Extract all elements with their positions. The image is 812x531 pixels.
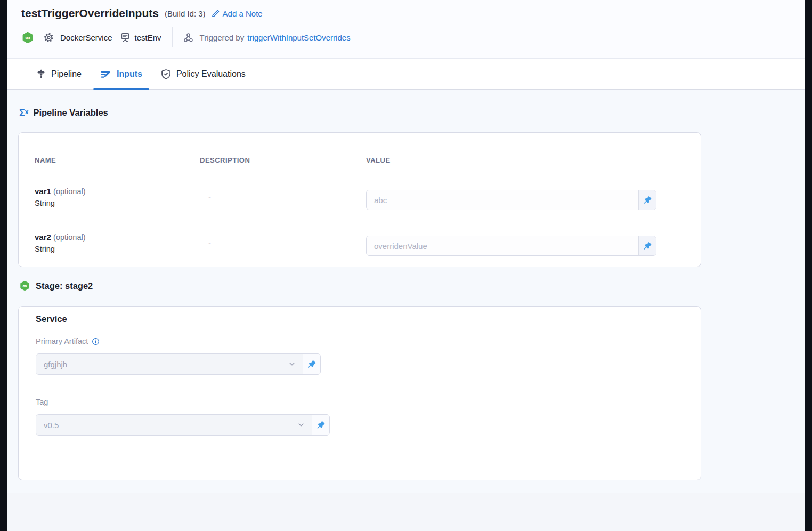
vertical-divider bbox=[172, 27, 173, 47]
variable-value-group bbox=[366, 236, 656, 256]
tab-pipeline-label: Pipeline bbox=[51, 69, 82, 79]
variable-description: - bbox=[200, 231, 366, 247]
shield-check-icon bbox=[161, 69, 171, 79]
pin-icon bbox=[317, 421, 324, 429]
tag-select[interactable]: v0.5 bbox=[36, 415, 312, 435]
primary-artifact-label: Primary Artifact bbox=[36, 337, 88, 345]
chevron-down-icon bbox=[297, 421, 305, 429]
variable-name-cell: var1 (optional) String bbox=[35, 186, 200, 209]
variable-value-group bbox=[366, 190, 656, 210]
tab-policy-evaluations[interactable]: Policy Evaluations bbox=[154, 59, 253, 89]
tab-policy-evaluations-label: Policy Evaluations bbox=[176, 69, 246, 79]
primary-artifact-select[interactable]: gfgjhjh bbox=[36, 354, 303, 374]
service-name: DockerService bbox=[60, 33, 112, 42]
add-note-label: Add a Note bbox=[223, 9, 263, 18]
tag-value: v0.5 bbox=[44, 421, 59, 430]
pipeline-variables-heading: Σˣ Pipeline Variables bbox=[19, 108, 108, 118]
inputs-tab-content: Σˣ Pipeline Variables NAME DESCRIPTION V… bbox=[7, 90, 805, 531]
column-name: NAME bbox=[35, 156, 200, 164]
stage-heading: ∞ Stage: stage2 bbox=[19, 280, 93, 292]
variable-value-input[interactable] bbox=[367, 190, 638, 210]
pin-icon bbox=[644, 242, 651, 250]
sigma-icon: Σˣ bbox=[19, 108, 28, 118]
screen: testTriggerOverrideInputs (Build Id: 3) … bbox=[0, 0, 812, 531]
variable-name: var2 bbox=[35, 232, 51, 242]
add-note-link[interactable]: Add a Note bbox=[212, 9, 263, 18]
tab-pipeline[interactable]: Pipeline bbox=[29, 59, 88, 89]
variable-name-cell: var2 (optional) String bbox=[35, 231, 200, 255]
environment-name: testEnv bbox=[135, 33, 161, 42]
tab-inputs-label: Inputs bbox=[117, 69, 142, 79]
pipeline-variables-card: NAME DESCRIPTION VALUE var1 (optional) S… bbox=[18, 132, 701, 267]
stage-cd-icon: ∞ bbox=[19, 280, 30, 292]
table-header-row: NAME DESCRIPTION VALUE bbox=[35, 156, 685, 164]
svg-text:∞: ∞ bbox=[22, 283, 27, 289]
pin-button[interactable] bbox=[638, 236, 656, 255]
variable-type: String bbox=[35, 197, 200, 209]
variable-value-input[interactable] bbox=[367, 236, 638, 255]
info-icon[interactable] bbox=[92, 337, 100, 345]
variable-optional: (optional) bbox=[53, 233, 85, 242]
triggered-by-label: Triggered by bbox=[200, 33, 245, 42]
variable-type: String bbox=[35, 243, 200, 255]
tab-bar: Pipeline Inputs bbox=[7, 59, 805, 90]
execution-header: testTriggerOverrideInputs (Build Id: 3) … bbox=[7, 0, 805, 59]
tag-label-row: Tag bbox=[36, 398, 48, 406]
stage-title: Stage: stage2 bbox=[36, 281, 93, 291]
execution-page: testTriggerOverrideInputs (Build Id: 3) … bbox=[7, 0, 805, 531]
pipeline-variables-title: Pipeline Variables bbox=[33, 108, 108, 118]
chevron-down-icon bbox=[288, 360, 296, 368]
gear-icon bbox=[44, 33, 54, 43]
pin-icon bbox=[644, 196, 651, 204]
tag-select-group: v0.5 bbox=[36, 414, 330, 436]
harness-cd-icon: ∞ bbox=[21, 31, 34, 44]
environment-icon bbox=[120, 33, 130, 42]
content-footer bbox=[7, 493, 805, 531]
primary-artifact-label-row: Primary Artifact bbox=[36, 337, 100, 345]
pin-icon bbox=[308, 360, 315, 368]
page-title: testTriggerOverrideInputs bbox=[21, 7, 159, 20]
inputs-icon bbox=[100, 70, 111, 79]
tab-inputs[interactable]: Inputs bbox=[93, 59, 149, 89]
table-row: var2 (optional) String - bbox=[35, 231, 685, 256]
service-section-title: Service bbox=[36, 314, 67, 324]
variable-value-cell bbox=[366, 231, 685, 256]
variable-description: - bbox=[200, 186, 366, 201]
trigger-link[interactable]: triggerWithInputSetOverrides bbox=[247, 33, 350, 42]
variable-value-cell bbox=[366, 186, 685, 210]
variables-table: NAME DESCRIPTION VALUE var1 (optional) S… bbox=[19, 133, 701, 256]
pin-button[interactable] bbox=[303, 354, 320, 374]
primary-artifact-select-group: gfgjhjh bbox=[36, 353, 321, 375]
pin-button[interactable] bbox=[638, 190, 656, 210]
meta-row: ∞ DockerService bbox=[21, 27, 351, 48]
build-id: (Build Id: 3) bbox=[165, 9, 206, 18]
service-card: Service Primary Artifact gfgjhjh bbox=[18, 306, 701, 480]
svg-text:∞: ∞ bbox=[25, 33, 30, 41]
variable-optional: (optional) bbox=[53, 187, 85, 196]
primary-artifact-value: gfgjhjh bbox=[44, 360, 67, 369]
pencil-icon bbox=[212, 10, 220, 18]
column-value: VALUE bbox=[366, 156, 685, 164]
webhook-icon bbox=[183, 33, 193, 43]
table-row: var1 (optional) String - bbox=[35, 186, 685, 210]
pipeline-icon bbox=[36, 69, 46, 79]
variable-name: var1 bbox=[35, 187, 51, 196]
pin-button[interactable] bbox=[312, 415, 329, 435]
title-row: testTriggerOverrideInputs (Build Id: 3) … bbox=[21, 7, 263, 20]
column-description: DESCRIPTION bbox=[200, 156, 366, 164]
tag-label: Tag bbox=[36, 398, 48, 406]
